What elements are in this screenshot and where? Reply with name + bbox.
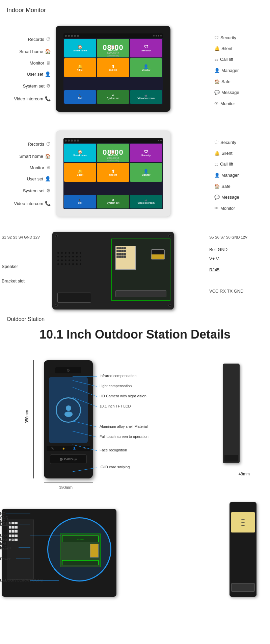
label-calllift-2: ⚏ Call lift	[214, 162, 233, 167]
depth-dim-label: 48mm	[239, 472, 250, 476]
label-userset-1: User set 👤	[27, 71, 51, 77]
label-security-2: 🛡 Security	[214, 140, 236, 145]
svg-point-0	[66, 405, 71, 411]
back-label-rj45: RJ45	[0, 545, 9, 549]
label-silent-2: 🔔 Silent	[214, 151, 233, 156]
tile2-calllift: ⬆Call lift	[97, 163, 129, 182]
width-dim-line	[44, 482, 93, 483]
label-monitorright-2: 👁 Monitor	[214, 206, 235, 211]
outdoor-hero-title: 10.1 Inch Outdoor Station Details	[7, 327, 263, 342]
label-monitor-1: Monitor 🖥	[30, 60, 51, 66]
camera-strip	[47, 365, 90, 375]
label-records-2: Records ⏱	[28, 141, 51, 147]
screen-date-2: 2023-03/15	[103, 157, 123, 159]
height-dim-line	[33, 360, 34, 478]
screen-2: 🏠Smart home 📋Records 🛡Security 🔔Silent	[63, 138, 163, 209]
svg-point-1	[64, 412, 73, 417]
rj45-port	[151, 249, 165, 259]
tile-call: 📞Call	[64, 90, 97, 104]
label-calllift-1: ⚏ Call lift	[214, 57, 233, 62]
back-label-power: Power	[0, 557, 10, 561]
label-message-2: 💬 Message	[214, 195, 239, 200]
side-connector	[231, 583, 255, 592]
tile2-smarthome: 🏠Smart home	[64, 144, 97, 163]
label-videointercom-1: Video intercom 📞	[14, 96, 51, 101]
label-security-1: 🛡 Security	[214, 35, 236, 40]
label-speaker: Speaker	[2, 264, 18, 269]
white-monitor-left-labels: Records ⏱ Smart home 🏠 Monitor 🖥 User se…	[0, 124, 54, 222]
ann-aluminum: Aluminum alloy shell Material	[100, 424, 147, 428]
person-circle	[56, 397, 81, 423]
tile2-monitor: 👤Monitor	[130, 163, 162, 182]
outdoor-device-front: 📞 🔓 👤 ⚙ ((• CARD •))	[44, 360, 93, 478]
label-systemset-1: System set ⚙	[23, 83, 51, 89]
pcb-area: ⬛⬛⬛⬛ ⬛⬛⬛⬛ ⬛⬛⬛⬛ ⬛⬛⬛⬛	[111, 239, 170, 301]
person-icon	[62, 403, 75, 417]
outdoor-back-section: ▪▪▪▪▪▪▪▪ ⬜⬜⬜ ⬜⬜⬜ ⬜⬜⬜ ⬜⬜⬜ ⬜⬜⬜	[0, 502, 270, 610]
white-monitor-device: 🏠Smart home 📋Records 🛡Security 🔔Silent	[56, 130, 170, 217]
pcb-sticker: ▪▪▪▪ ▪▪▪▪ ▪▪▪▪	[231, 512, 255, 532]
tile-monitor2: 👤Monitor	[130, 58, 162, 77]
label-userset-2: User set 👤	[27, 176, 51, 181]
ann-tft-lcd: 10.1 inch TFT LCD	[100, 404, 131, 408]
card-reader: ((• CARD •))	[50, 454, 87, 464]
ann-face: Face recognition	[100, 448, 127, 452]
label-bracketslot: Bracket slot	[2, 278, 25, 283]
outdoor-device-side	[223, 364, 240, 463]
ann-hd-camera: HD Camera with night vision	[100, 394, 146, 398]
label-systemset-2: System set ⚙	[23, 188, 51, 193]
screen-time-1: 08:00	[103, 43, 123, 52]
back-panel-section: S1 S2 S3 S4 GND 12V Speaker Bracket slot	[0, 228, 270, 313]
label-manager-2: 👤 Manager	[214, 173, 239, 178]
white-monitor-diagram: Records ⏱ Smart home 🏠 Monitor 🖥 User se…	[0, 124, 270, 222]
tile2-call: 📞Call	[64, 195, 97, 208]
label-s1s2s3s4: S1 S2 S3 S4 GND 12V	[2, 235, 40, 239]
white-monitor-right-labels: 🛡 Security 🔔 Silent ⚏ Call lift 👤 Manage…	[211, 124, 270, 222]
label-vccrxtxgnd: VCC RX TX GND	[209, 289, 244, 294]
outdoor-screen	[49, 377, 88, 443]
left-panel-area: ⬜⬜⬜ ⬜⬜⬜ ⬜⬜⬜ ⬜⬜⬜ ⬜⬜⬜	[7, 519, 34, 580]
label-message-1: 💬 Message	[214, 90, 239, 95]
back-label-debug: DEBUG/VCC/RX/TX/GND	[0, 578, 43, 582]
label-smarthome-2: Smart home 🏠	[19, 153, 51, 159]
bracket-slot	[57, 293, 91, 303]
camera-lens	[67, 369, 70, 372]
ann-icid: IC/ID card swiping	[100, 465, 130, 469]
outdoor-back-device: ▪▪▪▪▪▪▪▪ ⬜⬜⬜ ⬜⬜⬜ ⬜⬜⬜ ⬜⬜⬜ ⬜⬜⬜	[2, 509, 116, 597]
outdoor-front-diagram: Infrared compensation Light compensation…	[0, 353, 270, 495]
label-records-1: Records ⏱	[28, 36, 51, 42]
outdoor-section-title: Outdoor Station	[7, 316, 263, 322]
width-dim-label: 190mm	[59, 485, 73, 490]
black-monitor-device: 🏠Smart home 📋Records 🛡Security 🔔Silent	[56, 26, 170, 112]
outdoor-section: Outdoor Station 10.1 Inch Outdoor Statio…	[0, 313, 270, 353]
ann-touchscreen: Full touch screen to operation	[100, 435, 148, 439]
label-manager-1: 👤 Manager	[214, 68, 239, 73]
terminal-block: ⬛⬛⬛⬛ ⬛⬛⬛⬛ ⬛⬛⬛⬛ ⬛⬛⬛⬛	[115, 246, 136, 270]
label-vplusvminus: V+ V-	[209, 256, 220, 261]
black-monitor-right-labels: 🛡 Security 🔔 Silent ⚏ Call lift 👤 Manage…	[211, 19, 270, 117]
label-smarthome-1: Smart home 🏠	[19, 49, 51, 54]
page-wrapper: Indoor Monitor Records ⏱ Smart home 🏠 Mo…	[0, 0, 270, 614]
speaker-grille	[57, 252, 82, 284]
label-s5s6s7s8: S5 S6 S7 S8 GND 12V	[209, 235, 247, 239]
tile-systemset: ⚙System set	[97, 90, 129, 104]
tile-calllift: ⬆Call lift	[97, 58, 129, 77]
height-dim-label: 358mm	[25, 410, 29, 423]
label-videointercom-2: Video intercom 📞	[14, 201, 51, 206]
tile2-videointercom: 📹Video intercom	[130, 195, 162, 208]
section-title: Indoor Monitor	[0, 3, 270, 17]
tile-smarthome: 🏠Smart home	[64, 39, 97, 58]
label-monitor-2: Monitor 🖥	[30, 165, 51, 170]
tile-security: 🛡Security	[130, 39, 162, 58]
outdoor-side-view: ▪▪▪▪ ▪▪▪▪ ▪▪▪▪	[230, 502, 256, 597]
tile2-security: 🛡Security	[130, 144, 162, 163]
screen-time-2: 08:00	[103, 148, 123, 157]
back-panel-device: ⬛⬛⬛⬛ ⬛⬛⬛⬛ ⬛⬛⬛⬛ ⬛⬛⬛⬛	[52, 232, 174, 309]
outdoor-bottom-bar: 📞 🔓 👤 ⚙	[47, 446, 90, 451]
label-silent-1: 🔔 Silent	[214, 46, 233, 51]
screen-1: 🏠Smart home 📋Records 🛡Security 🔔Silent	[63, 33, 163, 104]
label-rj45: RJ45	[209, 267, 219, 272]
back-label-rs485: RS485	[0, 522, 11, 526]
ann-light: Light compensation	[100, 384, 132, 388]
pcb-board: ▪▪▪▪▪▪▪▪	[60, 534, 101, 567]
